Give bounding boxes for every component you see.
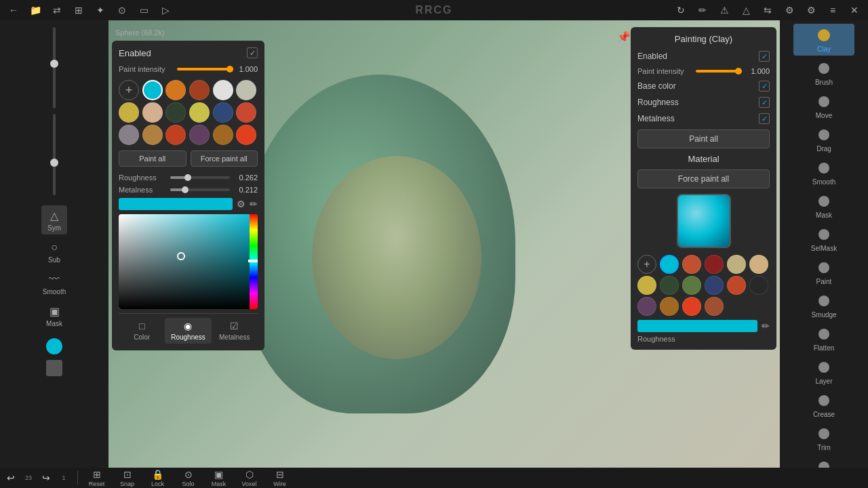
rp-roughness-checkbox[interactable]: ✓ <box>759 97 770 108</box>
material-swatch-8[interactable] <box>705 276 724 295</box>
paint-tool[interactable]: Paint <box>793 256 854 288</box>
wire-tool[interactable]: ⊟ Wire <box>268 469 292 487</box>
swatch-4[interactable] <box>236 80 256 100</box>
swatch-10[interactable] <box>236 102 256 123</box>
smooth-tool[interactable]: Smooth <box>793 157 854 188</box>
material-add-button[interactable]: + <box>637 255 656 274</box>
pin-icon[interactable]: 📌 <box>617 30 631 43</box>
swatch-9[interactable] <box>213 102 233 123</box>
color-picker-cursor[interactable] <box>177 252 185 260</box>
settings-icon[interactable]: ⚙ <box>804 3 818 17</box>
material-swatch-9[interactable] <box>727 276 746 295</box>
hue-bar[interactable] <box>250 214 258 309</box>
back-icon[interactable]: ← <box>7 3 20 17</box>
roughness-tab[interactable]: ◉ Roughness <box>165 318 211 344</box>
color-tab[interactable]: □ Color <box>119 318 165 344</box>
triangle-icon[interactable]: △ <box>739 3 753 17</box>
rp-paint-all-button[interactable]: Paint all <box>637 129 770 148</box>
eyedropper-icon[interactable]: ✏ <box>250 199 258 209</box>
material-swatch-7[interactable] <box>682 276 701 295</box>
undo-icon[interactable]: ↩ <box>7 472 15 483</box>
swatch-13[interactable] <box>165 125 186 145</box>
menu-icon[interactable]: ≡ <box>826 3 840 17</box>
swatch-2[interactable] <box>189 80 210 100</box>
pen-icon[interactable]: ✏ <box>696 3 709 17</box>
mask-tool[interactable]: Mask <box>793 190 854 222</box>
color-dot[interactable] <box>46 338 62 354</box>
metalness-slider[interactable] <box>170 188 230 191</box>
flatten-tool[interactable]: Flatten <box>793 323 854 354</box>
slider-thumb-2[interactable] <box>50 159 58 167</box>
rp-metalness-checkbox[interactable]: ✓ <box>759 113 770 124</box>
crease-tool[interactable]: Crease <box>793 389 854 421</box>
roughness-slider[interactable] <box>170 176 230 179</box>
star-icon[interactable]: ✦ <box>94 3 107 17</box>
paint-intensity-thumb[interactable] <box>226 66 233 73</box>
color-bar[interactable] <box>119 198 233 210</box>
rp-pen-icon[interactable]: ✏ <box>762 321 770 331</box>
material-swatch-11[interactable] <box>637 297 656 316</box>
swap-icon[interactable]: ⇄ <box>50 3 64 17</box>
smooth-tool-left[interactable]: 〰 Smooth <box>37 269 71 298</box>
rp-intensity-slider[interactable] <box>696 70 742 73</box>
material-swatch-5[interactable] <box>637 276 656 295</box>
swatch-grey[interactable] <box>46 360 62 376</box>
swatch-6[interactable] <box>142 102 163 123</box>
material-swatch-12[interactable] <box>660 297 679 316</box>
swatch-8[interactable] <box>189 102 210 123</box>
vertical-slider-2[interactable] <box>53 114 56 195</box>
rp-intensity-thumb[interactable] <box>735 68 742 75</box>
smudge-tool[interactable]: Smudge <box>793 289 854 321</box>
material-swatch-14[interactable] <box>705 297 724 316</box>
paint-all-button[interactable]: Paint all <box>119 150 186 167</box>
swatch-11[interactable] <box>119 125 139 145</box>
video-icon[interactable]: ▷ <box>159 3 172 17</box>
solo-tool[interactable]: ⊙ Solo <box>176 469 200 487</box>
clay-tool[interactable]: Clay <box>793 24 854 56</box>
snap-tool[interactable]: ⊡ Snap <box>115 469 139 487</box>
swatch-5[interactable] <box>119 102 139 123</box>
image-icon[interactable]: ▭ <box>137 3 151 17</box>
rp-enabled-checkbox[interactable]: ✓ <box>759 51 770 62</box>
material-swatch-1[interactable] <box>682 255 701 274</box>
palette-icon[interactable]: ⚙ <box>237 199 245 209</box>
material-swatch-6[interactable] <box>660 276 679 295</box>
slider-thumb-1[interactable] <box>50 60 58 68</box>
swatch-16[interactable] <box>236 125 256 145</box>
material-swatch-13[interactable] <box>682 297 701 316</box>
grid-icon[interactable]: ⊞ <box>72 3 85 17</box>
roughness-thumb[interactable] <box>184 174 191 181</box>
enabled-checkbox[interactable]: ✓ <box>247 47 258 58</box>
voxel-tool[interactable]: ⬡ Voxel <box>237 469 261 487</box>
share-icon[interactable]: ⇆ <box>761 3 774 17</box>
tools-icon[interactable]: ⚙ <box>783 3 796 17</box>
brush-tool[interactable]: Brush <box>793 57 854 89</box>
drag-tool[interactable]: Drag <box>793 123 854 155</box>
refresh-icon[interactable]: ↻ <box>674 3 688 17</box>
material-swatch-4[interactable] <box>749 255 768 274</box>
layer-tool[interactable]: Layer <box>793 356 854 388</box>
mask-tool-left[interactable]: ▣ Mask <box>41 301 68 330</box>
material-swatch-2[interactable] <box>705 255 724 274</box>
vertical-slider-1[interactable] <box>53 27 56 108</box>
sub-tool[interactable]: ○ Sub <box>41 237 67 266</box>
color-picker-area[interactable] <box>119 214 258 309</box>
swatch-12[interactable] <box>142 125 163 145</box>
reset-tool[interactable]: ⊞ Reset <box>85 469 108 487</box>
circle-icon[interactable]: ⊙ <box>115 3 129 17</box>
redo-icon[interactable]: ↪ <box>42 472 50 483</box>
sym-tool[interactable]: △ Sym <box>41 205 67 235</box>
swatch-7[interactable] <box>165 102 186 123</box>
rp-color-bar[interactable] <box>637 320 757 332</box>
material-swatch-10[interactable] <box>749 276 768 295</box>
material-swatch-0[interactable] <box>660 255 679 274</box>
close-icon[interactable]: ✕ <box>848 3 861 17</box>
selmask-tool[interactable]: SelMask <box>793 223 854 255</box>
force-paint-all-button[interactable]: Force paint all <box>191 150 258 167</box>
swatch-15[interactable] <box>213 125 233 145</box>
material-swatch-3[interactable] <box>727 255 746 274</box>
paint-intensity-slider[interactable] <box>177 68 233 70</box>
rp-base-color-checkbox[interactable]: ✓ <box>759 81 770 92</box>
lock-tool[interactable]: 🔒 Lock <box>146 469 170 487</box>
metalness-thumb[interactable] <box>182 186 189 193</box>
